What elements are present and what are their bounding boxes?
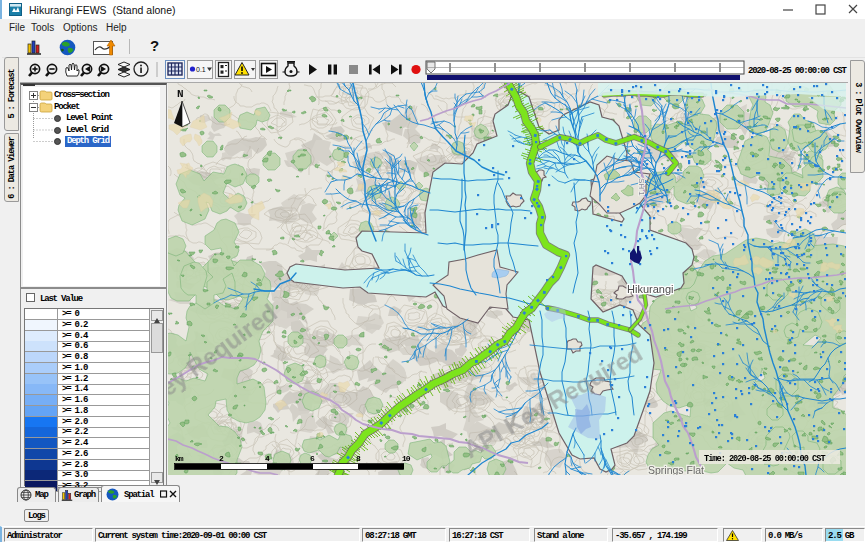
svg-text:SH 1: SH 1 <box>637 178 646 196</box>
svg-text:N: N <box>177 88 184 100</box>
svg-text:Springs Flat: Springs Flat <box>648 464 704 475</box>
svg-text:10: 10 <box>402 454 411 463</box>
svg-text:Time: 2020-08-25 00:00:00 CST: Time: 2020-08-25 00:00:00 CST <box>704 454 825 464</box>
svg-text:Hikurangi: Hikurangi <box>627 283 673 295</box>
svg-text:km: km <box>175 454 184 463</box>
svg-text:0.1: 0.1 <box>196 66 206 73</box>
